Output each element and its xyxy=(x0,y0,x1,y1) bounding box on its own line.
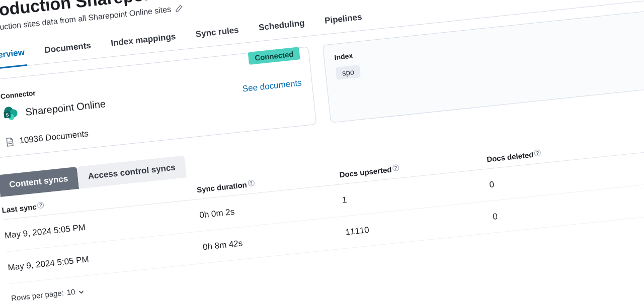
index-section-label: Index xyxy=(334,51,359,61)
svg-text:S: S xyxy=(6,112,9,118)
rows-per-page-label: Rows per page: xyxy=(11,288,64,302)
document-icon xyxy=(5,137,15,147)
tab-content-syncs[interactable]: Content syncs xyxy=(0,167,79,197)
tab-scheduling[interactable]: Scheduling xyxy=(257,13,307,42)
tab-index-mappings[interactable]: Index mappings xyxy=(109,27,178,57)
help-icon[interactable]: ? xyxy=(534,149,541,156)
tab-sync-rules[interactable]: Sync rules xyxy=(194,20,241,48)
tab-pipelines[interactable]: Pipelines xyxy=(323,7,364,35)
help-icon[interactable]: ? xyxy=(248,179,255,186)
connector-name: Sharepoint Online xyxy=(25,98,106,118)
index-chip[interactable]: spo xyxy=(336,65,361,80)
help-icon[interactable]: ? xyxy=(392,164,399,171)
help-icon[interactable]: ? xyxy=(37,201,44,209)
rows-per-page-value: 10 xyxy=(66,287,75,297)
see-documents-link[interactable]: See documents xyxy=(242,78,302,94)
chevron-down-icon xyxy=(78,287,85,294)
tab-documents[interactable]: Documents xyxy=(42,36,93,64)
document-count: 10936 Documents xyxy=(19,129,89,146)
sharepoint-icon: S xyxy=(2,105,19,122)
pencil-icon[interactable] xyxy=(175,4,184,13)
tab-overview[interactable]: Overview xyxy=(0,42,27,70)
